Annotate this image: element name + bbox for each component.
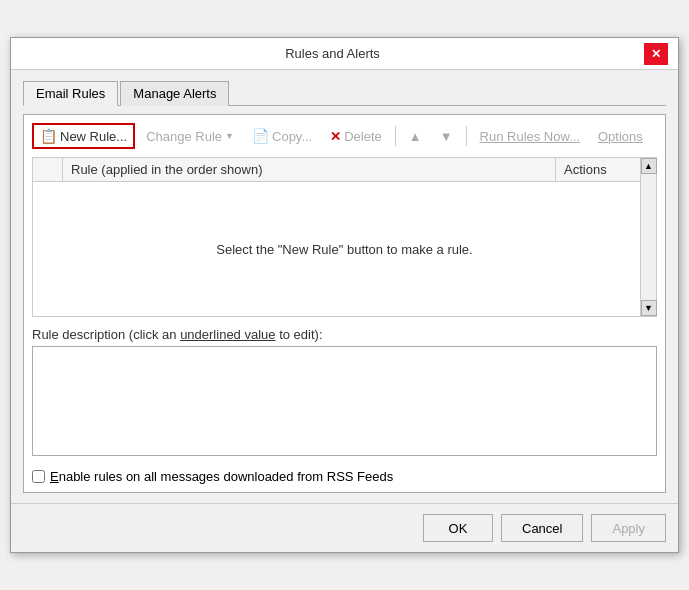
tab-manage-alerts[interactable]: Manage Alerts bbox=[120, 81, 229, 106]
scrollbar: ▲ ▼ bbox=[640, 158, 656, 316]
rss-feeds-checkbox-row: Enable rules on all messages downloaded … bbox=[32, 469, 657, 484]
rule-description-section: Rule description (click an underlined va… bbox=[32, 327, 657, 459]
rule-description-label: Rule description (click an underlined va… bbox=[32, 327, 657, 342]
copy-icon: 📄 bbox=[252, 128, 269, 144]
apply-button[interactable]: Apply bbox=[591, 514, 666, 542]
rules-table-header: Rule (applied in the order shown) Action… bbox=[33, 158, 656, 182]
rules-and-alerts-dialog: Rules and Alerts ✕ Email Rules Manage Al… bbox=[10, 37, 679, 553]
col-rule: Rule (applied in the order shown) bbox=[63, 158, 556, 181]
copy-button[interactable]: 📄 Copy... bbox=[245, 123, 319, 149]
dialog-title: Rules and Alerts bbox=[21, 46, 644, 61]
move-down-icon: ▼ bbox=[440, 129, 453, 144]
delete-button[interactable]: ✕ Delete bbox=[323, 123, 389, 149]
delete-x-icon: ✕ bbox=[330, 129, 341, 144]
change-rule-button[interactable]: Change Rule ▼ bbox=[139, 123, 241, 149]
toolbar: 📋 New Rule... Change Rule ▼ 📄 Copy... ✕ … bbox=[32, 123, 657, 149]
new-rule-button[interactable]: 📋 New Rule... bbox=[32, 123, 135, 149]
content-panel: 📋 New Rule... Change Rule ▼ 📄 Copy... ✕ … bbox=[23, 114, 666, 493]
cancel-button[interactable]: Cancel bbox=[501, 514, 583, 542]
title-bar: Rules and Alerts ✕ bbox=[11, 38, 678, 70]
rss-feeds-checkbox[interactable] bbox=[32, 470, 45, 483]
tabs-container: Email Rules Manage Alerts bbox=[23, 80, 666, 106]
dialog-body: Email Rules Manage Alerts 📋 New Rule... … bbox=[11, 70, 678, 503]
dialog-footer: OK Cancel Apply bbox=[11, 503, 678, 552]
tab-email-rules[interactable]: Email Rules bbox=[23, 81, 118, 106]
new-rule-icon: 📋 bbox=[40, 128, 57, 144]
toolbar-separator-2 bbox=[466, 126, 467, 146]
rules-table-body: Select the "New Rule" button to make a r… bbox=[33, 182, 656, 316]
scroll-down-button[interactable]: ▼ bbox=[641, 300, 657, 316]
close-button[interactable]: ✕ bbox=[644, 43, 668, 65]
ok-button[interactable]: OK bbox=[423, 514, 493, 542]
move-up-button[interactable]: ▲ bbox=[402, 123, 429, 149]
change-rule-dropdown-icon: ▼ bbox=[225, 131, 234, 141]
move-down-button[interactable]: ▼ bbox=[433, 123, 460, 149]
run-rules-now-button[interactable]: Run Rules Now... bbox=[473, 123, 587, 149]
move-up-icon: ▲ bbox=[409, 129, 422, 144]
rules-table: Rule (applied in the order shown) Action… bbox=[32, 157, 657, 317]
scroll-up-button[interactable]: ▲ bbox=[641, 158, 657, 174]
empty-message: Select the "New Rule" button to make a r… bbox=[216, 242, 472, 257]
rule-description-textarea[interactable] bbox=[32, 346, 657, 456]
options-button[interactable]: Options bbox=[591, 123, 650, 149]
rss-feeds-label: Enable rules on all messages downloaded … bbox=[50, 469, 393, 484]
toolbar-separator-1 bbox=[395, 126, 396, 146]
col-checkbox bbox=[33, 158, 63, 181]
